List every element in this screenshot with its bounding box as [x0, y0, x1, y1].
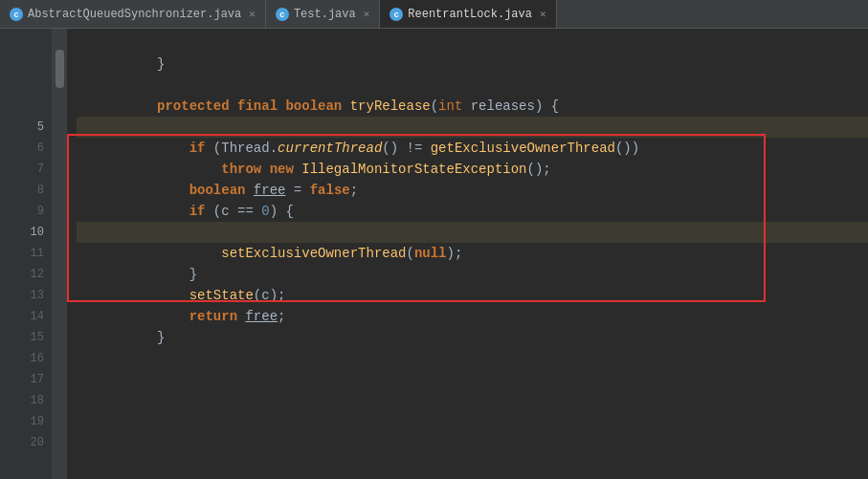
code-line-5: if (Thread.currentThread() != getExclusi… [77, 117, 868, 138]
tab-icon-reentrantlock: c [389, 8, 403, 21]
code-line-14: } [77, 306, 868, 327]
tab-close-abstractqueued[interactable]: ✕ [249, 8, 256, 20]
code-line-4: int c = getState() - releases; [77, 96, 868, 117]
scrollbar[interactable] [53, 29, 67, 479]
line-num-3 [37, 75, 44, 96]
code-line-15 [77, 327, 868, 348]
line-num-11: 11 [31, 243, 44, 264]
line-num-4 [37, 96, 44, 117]
tab-icon-abstractqueued: c [10, 8, 23, 21]
line-num-10: 10 [31, 222, 44, 243]
code-line-3: protected final boolean tryRelease(int r… [77, 75, 868, 96]
code-line-8: if (c == 0) { [77, 180, 868, 201]
line-num-18: 18 [31, 390, 44, 411]
scroll-thumb[interactable] [56, 50, 64, 88]
code-line-10: setExclusiveOwnerThread(null); [77, 222, 868, 243]
tab-reentrantlock[interactable]: c ReentrantLock.java ✕ [380, 0, 556, 28]
code-editor[interactable]: } protected final boolean tryRelease(int… [67, 29, 868, 479]
line-num-12: 12 [31, 264, 44, 285]
tab-label-abstractqueued: AbstractQueuedSynchronizer.java [28, 8, 241, 21]
tab-test[interactable]: c Test.java ✕ [266, 0, 380, 28]
tab-close-reentrantlock[interactable]: ✕ [540, 8, 546, 20]
code-line-2 [77, 54, 868, 75]
code-line-12: setState(c); [77, 264, 868, 285]
line-num-15: 15 [31, 327, 44, 348]
line-num-7: 7 [37, 159, 44, 180]
line-num-8: 8 [37, 180, 44, 201]
code-line-1: } [77, 33, 868, 54]
tab-abstractqueued[interactable]: c AbstractQueuedSynchronizer.java ✕ [0, 0, 266, 28]
line-num-19: 19 [31, 411, 44, 432]
code-line-13: return free; [77, 285, 868, 306]
code-line-11: } [77, 243, 868, 264]
tab-close-test[interactable]: ✕ [364, 8, 370, 20]
tab-label-test: Test.java [294, 8, 356, 21]
line-num-1 [37, 33, 44, 54]
line-num-13: 13 [31, 285, 44, 306]
code-line-7: boolean free = false; [77, 159, 868, 180]
line-num-14: 14 [31, 306, 44, 327]
tab-label-reentrantlock: ReentrantLock.java [408, 8, 532, 21]
code-line-6: throw new IllegalMonitorStateException()… [77, 138, 868, 159]
line-num-20: 20 [31, 432, 44, 453]
code-line-9: free = true; [77, 201, 868, 222]
line-num-17: 17 [31, 369, 44, 390]
line-num-6: 6 [37, 138, 44, 159]
tab-icon-test: c [276, 8, 289, 21]
editor-area: 5 6 7 8 9 10 11 12 13 14 15 16 17 18 19 … [0, 29, 868, 479]
line-number-gutter: 5 6 7 8 9 10 11 12 13 14 15 16 17 18 19 … [0, 29, 53, 479]
line-num-16: 16 [31, 348, 44, 369]
line-num-5: 5 [37, 117, 44, 138]
line-num-2 [37, 54, 44, 75]
line-num-9: 9 [37, 201, 44, 222]
tab-bar: c AbstractQueuedSynchronizer.java ✕ c Te… [0, 0, 868, 29]
